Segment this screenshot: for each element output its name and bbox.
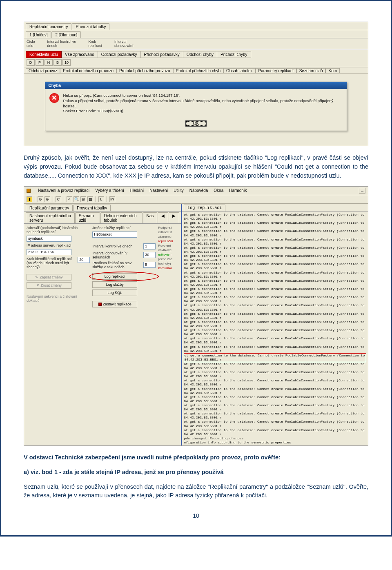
btn-log-sql[interactable]: Log SQL <box>92 289 137 296</box>
tab-olomouc[interactable]: 2 [Olomouc] <box>51 31 81 38</box>
lbl-intobn: Interval obnovování v sekundách <box>92 251 141 259</box>
btn-zrusit[interactable]: ✗ Zrušit změny <box>27 282 71 289</box>
paragraph-2: Seznam uzlů, které se používají v přenos… <box>24 483 368 501</box>
intab-prot-prich-chyb[interactable]: Protokol příchozích chyb <box>173 68 224 73</box>
lbl-intkon: Interval kontrol ve dnech <box>92 244 141 248</box>
minimize-button[interactable]: – <box>359 188 365 194</box>
left-tab-nav-right[interactable]: ▶ <box>169 212 179 223</box>
left-tab-param[interactable]: Replik.ační parametry <box>26 205 73 211</box>
col-krok-replikaci: Krokreplikací <box>89 40 102 48</box>
menu-okna[interactable]: Okna <box>214 188 223 193</box>
app-icon <box>27 189 31 193</box>
fld-intkon[interactable]: 1 <box>143 243 156 249</box>
menu-nastaveni-provoz[interactable]: Nastavení a provoz replikací <box>38 188 89 193</box>
ok-button[interactable]: OK <box>185 120 207 127</box>
toolbar-icon-check[interactable]: ✓ <box>67 196 72 202</box>
btn-zapsat[interactable]: ✎ Zapsat změny <box>27 274 71 281</box>
left-tab-nav-left[interactable]: ◀ <box>158 212 168 223</box>
btn-d[interactable]: D <box>27 59 35 66</box>
menu-utility[interactable]: Utility <box>174 188 183 193</box>
log-output: ot get a connection to the database: Can… <box>182 212 368 445</box>
lbl-ip: IP adresa serveru replik.ací <box>27 243 90 247</box>
toolbar-icon-zoom[interactable]: ⊞ <box>80 196 86 202</box>
error-message: Nelze se připojit: (Cannot connect to se… <box>63 93 343 114</box>
btn-log-replikaci[interactable]: Log replikací <box>92 273 137 280</box>
left-tab-server[interactable]: Nastavení replikačního serveru <box>26 212 75 223</box>
tab-provozni-tabulky[interactable]: Provozní tabulky <box>72 23 109 30</box>
btn-p[interactable]: P <box>36 59 44 66</box>
left-tab-ext[interactable]: Definice externích tabulek <box>100 212 143 223</box>
btn-b[interactable]: B <box>53 59 62 66</box>
btn-log-sluzby[interactable]: Log služby <box>92 281 137 288</box>
menu-napoveda[interactable]: Nápověda <box>189 188 208 193</box>
page-number: 10 <box>24 512 368 519</box>
intab-prot-odch[interactable]: Protokol odchozího provozu <box>60 68 116 73</box>
intab-param[interactable]: Parametry replikací <box>256 68 296 73</box>
btn-n[interactable]: N <box>45 59 53 66</box>
lbl-adresar: Adresář (podadresář) binárních souborů r… <box>27 226 90 234</box>
status-prichozi-poz[interactable]: Příchozí požadavky <box>141 51 183 58</box>
tab-replikacni-parametry[interactable]: Replikační parametry <box>26 23 71 30</box>
toolbar-icon-help[interactable]: k? <box>109 196 115 202</box>
error-icon: ✕ <box>49 93 59 103</box>
toolbar-icon-2[interactable]: ⊘ <box>38 196 43 202</box>
toolbar-icon-l[interactable]: L <box>98 196 104 202</box>
menu-nastaveni[interactable]: Nastavení <box>149 188 168 193</box>
fld-prodl[interactable]: 5 <box>143 262 156 268</box>
menu-hledani[interactable]: Hledání <box>130 188 144 193</box>
toolbar-icon-1[interactable]: ▮ <box>27 196 32 202</box>
toolbar-icon-3[interactable]: ⊕ <box>45 196 50 202</box>
fld-krok[interactable]: 20 <box>78 257 90 263</box>
status-odchozi-chyby[interactable]: Odchozí chyby <box>183 51 217 58</box>
menu-vybery[interactable]: Výběry a třídění <box>95 188 124 193</box>
left-tab-uzly[interactable]: Seznam uzlů <box>75 212 100 223</box>
intab-obsah[interactable]: Obsah tabulek <box>223 68 256 73</box>
paragraph-1: Druhý způsob, jak ověřit, že není uzel d… <box>24 154 368 180</box>
error-title: Chyba <box>45 82 347 89</box>
item-a: a) viz. bod 1 - zda je stále stejná IP a… <box>24 468 368 477</box>
fld-intobn[interactable]: 30 <box>143 252 156 258</box>
col-cislo-uzlu: Číslouzlu <box>27 40 35 48</box>
left-tab-nas[interactable]: Nas <box>143 212 158 223</box>
intab-kom[interactable]: Kom <box>325 68 340 73</box>
intab-seznam[interactable]: Seznam uzlů <box>296 68 326 73</box>
screenshot-replication-params: Replikační parametry Provozní tabulky 1 … <box>24 22 368 146</box>
left-tab-provoz[interactable]: Provozní tabulky <box>73 205 111 211</box>
menu-harmonik[interactable]: Harmoník <box>229 188 247 193</box>
fld-ip[interactable]: 213.29.194.164 <box>27 249 71 255</box>
status-prichozi-chyby[interactable]: Příchozí chyby <box>217 51 251 58</box>
right-tab-log[interactable]: Log replik.ací <box>184 205 225 212</box>
lbl-prodl: Prodleva čekání na stav služby v sekundá… <box>92 261 141 269</box>
lbl-sekvence: Nastavení sekvencí a číslování dokladů <box>27 294 90 303</box>
toolbar-icon-grid[interactable]: ▦ <box>87 196 93 202</box>
fld-adresar[interactable]: symbask <box>27 236 71 242</box>
lbl-krok: Krok identifikátorů replik.ací (na všech… <box>27 257 75 269</box>
toolbar-icon-refresh[interactable]: C <box>56 196 61 202</box>
status-konektivita[interactable]: Konektivita uzlu <box>26 51 62 58</box>
col-interval-kontrol: Interval kontrol vednech <box>47 40 76 48</box>
tab-unicov[interactable]: 1 [Uničov] <box>26 31 51 38</box>
intab-prot-prich[interactable]: Protokol příchozího provozu <box>116 68 173 73</box>
lbl-jmeno: Jméno služby replik.ací <box>92 226 156 230</box>
fld-jmeno[interactable]: H93basket <box>92 232 137 238</box>
screenshot-replication-server: Nastavení a provoz replikací Výběry a tř… <box>24 186 368 446</box>
col-interval-obnovovani: Intervalobnovování <box>114 40 134 48</box>
error-dialog: Chyba ✕ Nelze se připojit: (Cannot conne… <box>45 82 347 131</box>
side-hints: Podpora ieditace stzáznamu replik.ačníPo… <box>158 226 178 307</box>
section-title: V odstavci Technické zabezpečení jsme uv… <box>24 453 368 462</box>
btn-zastavit[interactable]: Zastavit replikace <box>92 301 137 307</box>
status-vse-zprac[interactable]: Vše zpracováno <box>62 51 98 58</box>
toolbar-icon-search[interactable]: 🔍 <box>74 196 79 202</box>
intab-odchozi-provoz[interactable]: Odchozí provoz <box>26 68 60 73</box>
btn-10[interactable]: 10 <box>62 59 71 66</box>
status-odchozi-poz[interactable]: Odchozí požadavky <box>98 51 141 58</box>
